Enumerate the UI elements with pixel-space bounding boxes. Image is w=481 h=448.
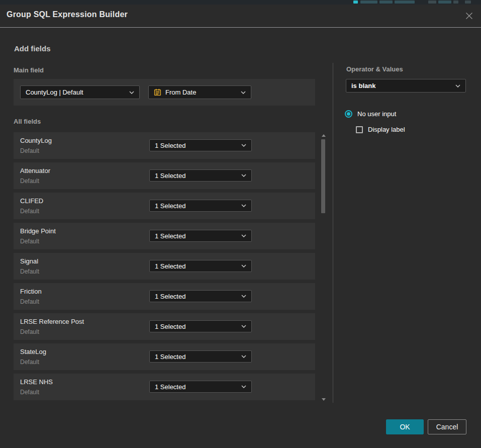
background-fragment	[395, 1, 415, 4]
scrollbar-down-arrow-icon[interactable]	[322, 398, 326, 401]
field-selected-value: 1 Selected	[155, 202, 237, 210]
add-fields-heading: Add fields	[14, 44, 51, 53]
field-selected-dropdown[interactable]: 1 Selected	[149, 320, 252, 332]
fields-list-scrollbar[interactable]	[321, 132, 326, 403]
all-fields-label: All fields	[14, 118, 41, 125]
field-selected-dropdown[interactable]: 1 Selected	[149, 260, 252, 272]
close-button[interactable]	[463, 10, 475, 22]
field-selected-dropdown[interactable]: 1 Selected	[149, 169, 252, 182]
display-label-label: Display label	[368, 126, 405, 133]
dialog-titlebar: Group SQL Expression Builder	[0, 5, 481, 28]
no-user-input-label: No user input	[357, 110, 396, 118]
field-subtitle: Default	[20, 359, 39, 366]
field-selected-dropdown[interactable]: 1 Selected	[149, 350, 252, 363]
main-field-label: Main field	[14, 66, 44, 74]
chevron-down-icon	[129, 91, 134, 94]
chevron-down-icon	[241, 355, 246, 358]
field-subtitle: Default	[20, 238, 39, 245]
panel-divider	[333, 63, 333, 403]
field-row: Friction Default 1 Selected	[14, 283, 315, 310]
chevron-down-icon	[241, 385, 246, 388]
field-selected-dropdown[interactable]: 1 Selected	[149, 290, 252, 302]
background-fragment	[465, 1, 471, 4]
field-selected-dropdown[interactable]: 1 Selected	[149, 381, 252, 393]
field-name: Bridge Point	[20, 227, 56, 235]
chevron-down-icon	[241, 204, 246, 207]
chevron-down-icon	[241, 234, 246, 237]
background-fragment	[379, 1, 393, 4]
main-field-source-dropdown[interactable]: CountyLog | Default	[20, 85, 140, 99]
scrollbar-thumb[interactable]	[321, 139, 325, 213]
chevron-down-icon	[241, 264, 246, 267]
field-name: Attenuator	[20, 167, 50, 174]
no-user-input-radio[interactable]: No user input	[345, 110, 396, 118]
field-selected-value: 1 Selected	[155, 172, 237, 180]
field-row: Signal Default 1 Selected	[14, 253, 315, 280]
field-name: CountyLog	[20, 137, 52, 144]
main-field-container: CountyLog | Default From Date	[14, 79, 315, 106]
background-fragment	[438, 1, 451, 4]
background-fragment	[353, 1, 358, 4]
field-subtitle: Default	[20, 177, 39, 185]
cancel-button[interactable]: Cancel	[428, 419, 466, 434]
main-field-source-value: CountyLog | Default	[26, 88, 125, 96]
background-fragment	[428, 1, 436, 4]
dialog-group-sql-expression-builder: Group SQL Expression Builder Add fields …	[0, 5, 481, 448]
field-subtitle: Default	[20, 328, 39, 335]
field-name: LRSE Reference Post	[20, 318, 84, 325]
chevron-down-icon	[241, 325, 246, 328]
main-field-field-dropdown[interactable]: From Date	[148, 85, 251, 99]
field-selected-dropdown[interactable]: 1 Selected	[149, 139, 252, 151]
field-row: StateLog Default 1 Selected	[14, 343, 315, 370]
chevron-down-icon	[241, 144, 246, 147]
chevron-down-icon	[241, 295, 246, 298]
field-selected-dropdown[interactable]: 1 Selected	[149, 230, 252, 242]
radio-selected-icon	[345, 110, 352, 118]
chevron-down-icon	[241, 91, 246, 94]
field-subtitle: Default	[20, 147, 39, 154]
field-selected-value: 1 Selected	[155, 293, 237, 300]
background-app-strip	[0, 0, 481, 5]
field-subtitle: Default	[20, 389, 39, 396]
field-row: LRSE Reference Post Default 1 Selected	[14, 313, 315, 340]
operator-values-heading: Operator & Values	[346, 65, 403, 73]
field-selected-dropdown[interactable]: 1 Selected	[149, 200, 252, 212]
field-selected-value: 1 Selected	[155, 262, 237, 270]
field-subtitle: Default	[20, 268, 39, 275]
display-label-checkbox[interactable]: Display label	[356, 126, 405, 133]
field-selected-value: 1 Selected	[155, 142, 237, 149]
background-fragment	[360, 1, 377, 4]
field-selected-value: 1 Selected	[155, 383, 237, 391]
field-row: CountyLog Default 1 Selected	[14, 132, 315, 159]
field-row: Attenuator Default 1 Selected	[14, 162, 315, 189]
chevron-down-icon	[241, 174, 246, 177]
checkbox-unchecked-icon	[356, 126, 363, 133]
chevron-down-icon	[455, 84, 460, 87]
field-name: Friction	[20, 288, 42, 295]
field-row: Bridge Point Default 1 Selected	[14, 223, 315, 249]
dialog-title: Group SQL Expression Builder	[7, 10, 128, 19]
field-row: LRSE NHS Default 1 Selected	[14, 374, 315, 400]
operator-value: is blank	[351, 82, 451, 89]
field-name: CLIFED	[20, 197, 43, 205]
scrollbar-up-arrow-icon[interactable]	[322, 134, 326, 137]
close-icon	[465, 12, 473, 20]
field-selected-value: 1 Selected	[155, 323, 237, 330]
field-name: Signal	[20, 257, 38, 265]
calendar-icon	[154, 88, 161, 96]
operator-dropdown[interactable]: is blank	[346, 79, 466, 93]
background-fragment	[453, 1, 458, 4]
field-subtitle: Default	[20, 298, 39, 305]
main-field-field-value: From Date	[165, 88, 237, 96]
screen: Group SQL Expression Builder Add fields …	[0, 0, 481, 448]
field-row: CLIFED Default 1 Selected	[14, 193, 315, 219]
ok-button[interactable]: OK	[386, 419, 424, 434]
field-selected-value: 1 Selected	[155, 232, 237, 240]
all-fields-list: CountyLog Default 1 Selected Attenuator …	[14, 132, 315, 404]
field-selected-value: 1 Selected	[155, 353, 237, 361]
field-subtitle: Default	[20, 208, 39, 215]
field-name: StateLog	[20, 348, 46, 355]
field-name: LRSE NHS	[20, 378, 53, 386]
